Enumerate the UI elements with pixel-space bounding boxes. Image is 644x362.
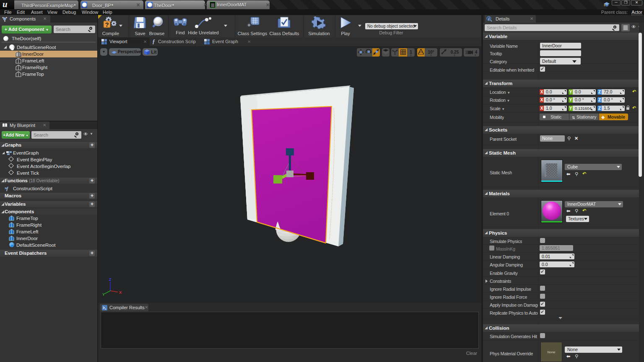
svg-text:X: X [119,290,122,295]
svg-text:?: ? [105,21,109,28]
svg-text:Z: Z [109,277,112,282]
svg-text:Y: Y [102,292,105,297]
